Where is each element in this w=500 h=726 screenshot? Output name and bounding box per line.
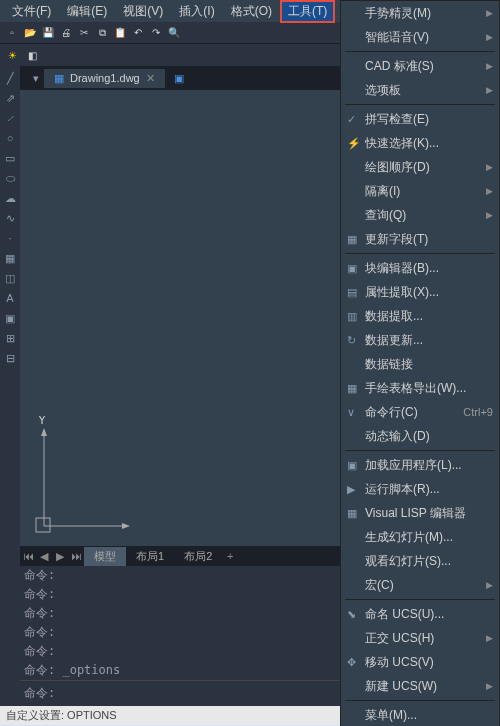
menu-item-icon: ✓: [347, 113, 365, 126]
svg-text:Y: Y: [38, 416, 46, 427]
menu-item[interactable]: 正交 UCS(H)▶: [341, 626, 499, 650]
nav-next-icon[interactable]: ▶: [52, 550, 68, 563]
menu-item-label: 宏(C): [365, 577, 486, 594]
menu-item-label: 加载应用程序(L)...: [365, 457, 493, 474]
color-icon[interactable]: ◧: [24, 47, 40, 63]
menu-item[interactable]: 观看幻灯片(S)...: [341, 549, 499, 573]
menu-tools[interactable]: 工具(T): [280, 0, 335, 23]
menu-item[interactable]: ∨命令行(C)Ctrl+9: [341, 400, 499, 424]
polyline-icon[interactable]: ⇗: [2, 90, 18, 106]
menu-item[interactable]: ▣块编辑器(B)...: [341, 256, 499, 280]
menu-item-label: 快速选择(K)...: [365, 135, 493, 152]
menu-separator: [345, 104, 495, 105]
ellipse-icon[interactable]: ⬭: [2, 170, 18, 186]
menu-item-label: 移动 UCS(V): [365, 654, 493, 671]
nav-prev-icon[interactable]: ◀: [36, 550, 52, 563]
menu-item[interactable]: 动态输入(D): [341, 424, 499, 448]
redo-icon[interactable]: ↷: [148, 25, 164, 41]
cloud-icon[interactable]: ☁: [2, 190, 18, 206]
menu-item[interactable]: ⚡快速选择(K)...: [341, 131, 499, 155]
print-icon[interactable]: 🖨: [58, 25, 74, 41]
menu-item-label: 更新字段(T): [365, 231, 493, 248]
point-icon[interactable]: ·: [2, 230, 18, 246]
menu-item[interactable]: ↻数据更新...: [341, 328, 499, 352]
table-icon[interactable]: ⊞: [2, 330, 18, 346]
document-tab-title: Drawing1.dwg: [70, 72, 140, 84]
arc-icon[interactable]: ⟋: [2, 110, 18, 126]
menu-item-label: 命名 UCS(U)...: [365, 606, 493, 623]
menu-item-label: CAD 标准(S): [365, 58, 486, 75]
tab-model[interactable]: 模型: [84, 547, 126, 566]
menu-item[interactable]: ✥移动 UCS(V): [341, 650, 499, 674]
rect-icon[interactable]: ▭: [2, 150, 18, 166]
copy-icon[interactable]: ⧉: [94, 25, 110, 41]
menu-file[interactable]: 文件(F): [4, 0, 59, 23]
menu-item-label: 属性提取(X)...: [365, 284, 493, 301]
dim-icon[interactable]: ⊟: [2, 350, 18, 366]
menu-item[interactable]: ▦手绘表格导出(W)...: [341, 376, 499, 400]
zoom-icon[interactable]: 🔍: [166, 25, 182, 41]
menu-item[interactable]: ⬊命名 UCS(U)...: [341, 602, 499, 626]
nav-first-icon[interactable]: ⏮: [20, 550, 36, 562]
paste-icon[interactable]: 📋: [112, 25, 128, 41]
add-layout-icon[interactable]: +: [222, 550, 238, 562]
menu-item[interactable]: 生成幻灯片(M)...: [341, 525, 499, 549]
document-tab[interactable]: ▦ Drawing1.dwg ✕: [44, 69, 165, 88]
cut-icon[interactable]: ✂: [76, 25, 92, 41]
menu-item-label: 生成幻灯片(M)...: [365, 529, 493, 546]
menu-edit[interactable]: 编辑(E): [59, 0, 115, 23]
menu-item-icon: ▦: [347, 382, 365, 395]
menu-item[interactable]: 智能语音(V)▶: [341, 25, 499, 49]
menu-item[interactable]: ▤属性提取(X)...: [341, 280, 499, 304]
undo-icon[interactable]: ↶: [130, 25, 146, 41]
menu-item[interactable]: ▦Visual LISP 编辑器: [341, 501, 499, 525]
new-tab-icon[interactable]: ▣: [171, 70, 187, 86]
menu-item[interactable]: 新建 UCS(W)▶: [341, 674, 499, 698]
menu-item-shortcut: Ctrl+9: [463, 406, 493, 418]
menu-item[interactable]: ▦更新字段(T): [341, 227, 499, 251]
menu-item-icon: ⚡: [347, 137, 365, 150]
submenu-arrow-icon: ▶: [486, 8, 493, 18]
save-icon[interactable]: 💾: [40, 25, 56, 41]
ucs-axis-icon: X Y: [32, 416, 132, 536]
menu-item[interactable]: ✓拼写检查(E): [341, 107, 499, 131]
menu-item[interactable]: 查询(Q)▶: [341, 203, 499, 227]
menu-item-icon: ▶: [347, 483, 365, 496]
block-icon[interactable]: ▣: [2, 310, 18, 326]
menu-item[interactable]: 隔离(I)▶: [341, 179, 499, 203]
menu-insert[interactable]: 插入(I): [171, 0, 222, 23]
tab-layout1[interactable]: 布局1: [126, 547, 174, 566]
menu-item-label: 隔离(I): [365, 183, 486, 200]
menu-item-label: 手势精灵(M): [365, 5, 486, 22]
nav-last-icon[interactable]: ⏭: [68, 550, 84, 562]
menu-item[interactable]: 宏(C)▶: [341, 573, 499, 597]
tab-layout2[interactable]: 布局2: [174, 547, 222, 566]
menu-item[interactable]: ▥数据提取...: [341, 304, 499, 328]
submenu-arrow-icon: ▶: [486, 85, 493, 95]
submenu-arrow-icon: ▶: [486, 580, 493, 590]
menu-item[interactable]: 手势精灵(M)▶: [341, 1, 499, 25]
menu-item[interactable]: 绘图顺序(D)▶: [341, 155, 499, 179]
line-icon[interactable]: ╱: [2, 70, 18, 86]
layer-icon[interactable]: ☀: [4, 47, 20, 63]
menu-item[interactable]: CAD 标准(S)▶: [341, 54, 499, 78]
region-icon[interactable]: ◫: [2, 270, 18, 286]
tab-chevron-icon[interactable]: ▾: [28, 70, 44, 86]
menu-item[interactable]: 菜单(M)...: [341, 703, 499, 726]
menu-item[interactable]: 数据链接: [341, 352, 499, 376]
circle-icon[interactable]: ○: [2, 130, 18, 146]
hatch-icon[interactable]: ▦: [2, 250, 18, 266]
menu-item-icon: ▥: [347, 310, 365, 323]
menu-item-label: 新建 UCS(W): [365, 678, 486, 695]
close-icon[interactable]: ✕: [146, 72, 155, 85]
new-icon[interactable]: ▫: [4, 25, 20, 41]
menu-separator: [345, 253, 495, 254]
menu-item[interactable]: ▣加载应用程序(L)...: [341, 453, 499, 477]
menu-item[interactable]: 选项板▶: [341, 78, 499, 102]
menu-view[interactable]: 视图(V): [115, 0, 171, 23]
spline-icon[interactable]: ∿: [2, 210, 18, 226]
open-icon[interactable]: 📂: [22, 25, 38, 41]
text-icon[interactable]: A: [2, 290, 18, 306]
menu-item[interactable]: ▶运行脚本(R)...: [341, 477, 499, 501]
menu-format[interactable]: 格式(O): [223, 0, 280, 23]
